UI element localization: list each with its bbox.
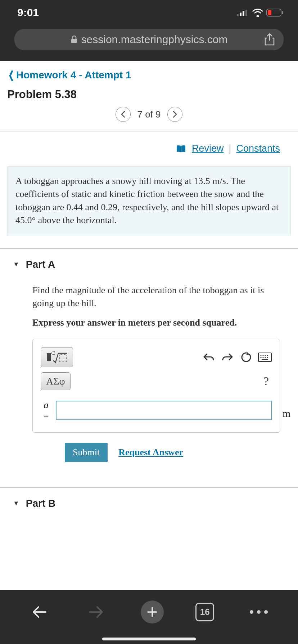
- pager: 7 of 9: [0, 105, 298, 131]
- book-icon: [176, 144, 186, 153]
- answer-widget: ΑΣφ ? a = m: [32, 339, 280, 433]
- wifi-icon: [252, 8, 263, 17]
- svg-point-13: [261, 355, 262, 356]
- undo-button[interactable]: [203, 347, 215, 367]
- share-button[interactable]: [264, 33, 275, 46]
- pager-next-button[interactable]: [167, 107, 182, 122]
- chevron-left-icon: [121, 111, 126, 118]
- submit-button[interactable]: Submit: [65, 443, 108, 462]
- pager-position: 7 of 9: [137, 109, 161, 120]
- help-button[interactable]: ?: [263, 374, 272, 388]
- forward-button[interactable]: [84, 599, 109, 625]
- dots-icon: [250, 610, 268, 614]
- tabs-button[interactable]: 16: [195, 603, 214, 621]
- svg-point-16: [267, 355, 268, 356]
- svg-rect-3: [245, 10, 247, 16]
- link-sep: |: [229, 143, 231, 154]
- arrow-left-icon: [32, 606, 46, 618]
- status-icons: [237, 8, 284, 17]
- svg-rect-11: [60, 355, 66, 362]
- review-link[interactable]: Review: [192, 143, 224, 154]
- keyboard-icon: [258, 353, 272, 362]
- svg-point-17: [261, 357, 262, 358]
- svg-point-18: [263, 357, 264, 358]
- unit-label: m: [283, 408, 290, 419]
- problem-statement: A toboggan approaches a snowy hill movin…: [7, 166, 291, 235]
- constants-link[interactable]: Constants: [236, 143, 280, 154]
- sqrt-template-icon: [46, 351, 68, 363]
- svg-rect-1: [240, 13, 241, 16]
- address-bar[interactable]: session.masteringphysics.com: [14, 29, 284, 50]
- page-title: Problem 5.38: [0, 84, 298, 105]
- reset-icon: [240, 351, 252, 363]
- part-a-hint: Express your answer in meters per second…: [32, 316, 280, 329]
- svg-point-20: [267, 357, 268, 358]
- plus-icon: [146, 606, 158, 618]
- url-text: session.masteringphysics.com: [81, 33, 228, 46]
- redo-button[interactable]: [221, 347, 234, 367]
- template-button[interactable]: [41, 347, 73, 367]
- back-button[interactable]: [27, 599, 52, 625]
- reset-button[interactable]: [240, 347, 252, 367]
- part-a-body: Find the magnitude of the acceleration o…: [0, 280, 298, 473]
- cellular-icon: [237, 9, 249, 16]
- svg-rect-7: [71, 39, 77, 43]
- part-a-header[interactable]: ▼ Part A: [0, 248, 298, 280]
- keyboard-button[interactable]: [258, 347, 272, 367]
- variable-label: a: [41, 400, 51, 411]
- svg-point-19: [265, 357, 266, 358]
- svg-rect-2: [243, 11, 244, 16]
- breadcrumb-label: Homework 4 - Attempt 1: [16, 69, 131, 80]
- svg-rect-21: [262, 359, 268, 360]
- arrow-right-icon: [89, 606, 104, 618]
- lock-icon: [71, 35, 78, 44]
- svg-point-14: [263, 355, 264, 356]
- redo-icon: [221, 352, 234, 363]
- equals-label: =: [44, 411, 49, 422]
- breadcrumb: ❮Homework 4 - Attempt 1: [0, 61, 298, 84]
- status-time: 9:01: [17, 6, 39, 19]
- undo-icon: [203, 352, 215, 363]
- request-answer-link[interactable]: Request Answer: [118, 447, 183, 458]
- status-bar: 9:01 session.masteringphysics.com: [0, 0, 298, 61]
- tab-count: 16: [200, 607, 210, 617]
- browser-toolbar: 16: [0, 590, 298, 644]
- svg-rect-5: [268, 10, 271, 15]
- part-a-prompt: Find the magnitude of the acceleration o…: [32, 284, 280, 310]
- greek-button[interactable]: ΑΣφ: [41, 372, 71, 390]
- svg-rect-6: [282, 11, 283, 14]
- page-content: ❮Homework 4 - Attempt 1 Problem 5.38 7 o…: [0, 61, 298, 519]
- menu-button[interactable]: [246, 599, 271, 625]
- collapse-icon: ▼: [13, 500, 19, 507]
- new-tab-button[interactable]: [141, 601, 164, 624]
- battery-icon: [266, 9, 284, 17]
- home-indicator[interactable]: [102, 638, 196, 640]
- svg-rect-10: [52, 351, 55, 355]
- part-b-header[interactable]: ▼ Part B: [0, 487, 298, 519]
- collapse-icon: ▼: [13, 261, 19, 268]
- svg-point-15: [265, 355, 266, 356]
- chevron-right-icon: [172, 111, 177, 118]
- svg-rect-0: [237, 14, 239, 16]
- chevron-left-icon: ❮: [8, 69, 14, 81]
- part-a-label: Part A: [26, 259, 55, 270]
- breadcrumb-link[interactable]: ❮Homework 4 - Attempt 1: [7, 69, 131, 80]
- answer-input[interactable]: [56, 401, 272, 420]
- svg-rect-9: [47, 353, 51, 361]
- part-b-label: Part B: [26, 498, 55, 509]
- resource-links: Review | Constants: [0, 132, 298, 161]
- pager-prev-button[interactable]: [116, 107, 131, 122]
